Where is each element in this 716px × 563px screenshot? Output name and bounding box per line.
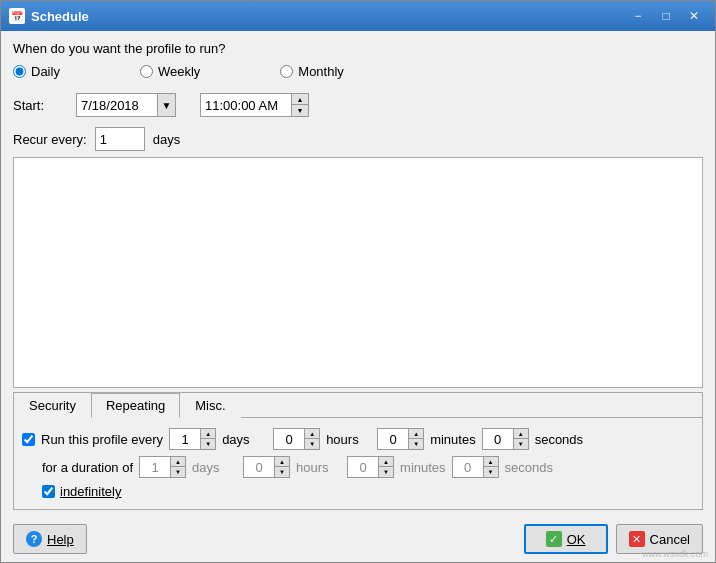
help-button[interactable]: ? Help [13,524,87,554]
run-minutes-up[interactable]: ▲ [409,429,423,439]
run-days-down[interactable]: ▼ [201,439,215,449]
title-bar-buttons: − □ ✕ [625,6,707,26]
bottom-bar: ? Help ✓ OK ✕ Cancel [1,518,715,562]
schedule-window: 📅 Schedule − □ ✕ When do you want the pr… [0,0,716,563]
run-hours-unit: hours [326,432,371,447]
date-input-container: ▼ [76,93,176,117]
run-seconds-up[interactable]: ▲ [514,429,528,439]
dur-minutes-spinners: ▲ ▼ [378,457,393,477]
run-seconds-spinbox: ▲ ▼ [482,428,529,450]
start-row: Start: ▼ ▲ ▼ [13,93,703,117]
run-minutes-spinners: ▲ ▼ [408,429,423,449]
monthly-radio[interactable] [280,65,293,78]
indefinitely-row: indefinitely [42,484,694,499]
window-title: Schedule [31,9,625,24]
dur-seconds-spinbox: ▲ ▼ [452,456,499,478]
dur-days-up[interactable]: ▲ [171,457,185,467]
frequency-radio-group: Daily Weekly Monthly [13,64,703,79]
calendar-button[interactable]: ▼ [157,94,175,116]
dur-days-input[interactable] [140,457,170,477]
watermark: www.wsxdk.com [642,549,708,559]
weekly-label: Weekly [158,64,200,79]
run-seconds-unit: seconds [535,432,583,447]
monthly-option[interactable]: Monthly [280,64,344,79]
run-profile-row: Run this profile every ▲ ▼ days [22,428,694,450]
tab-repeating[interactable]: Repeating [91,393,180,418]
date-input[interactable] [77,94,157,116]
run-days-spinners: ▲ ▼ [200,429,215,449]
run-days-spinbox: ▲ ▼ [169,428,216,450]
ok-label: OK [567,532,586,547]
ok-button[interactable]: ✓ OK [524,524,608,554]
daily-option[interactable]: Daily [13,64,60,79]
main-content: When do you want the profile to run? Dai… [1,31,715,518]
daily-label: Daily [31,64,60,79]
dur-seconds-unit: seconds [505,460,553,475]
run-hours-up[interactable]: ▲ [305,429,319,439]
run-seconds-down[interactable]: ▼ [514,439,528,449]
start-label: Start: [13,98,68,113]
time-up-button[interactable]: ▲ [292,94,308,105]
run-minutes-down[interactable]: ▼ [409,439,423,449]
dur-hours-spinners: ▲ ▼ [274,457,289,477]
run-profile-checkbox[interactable] [22,433,35,446]
minimize-button[interactable]: − [625,6,651,26]
tab-misc[interactable]: Misc. [180,393,240,418]
dur-minutes-up[interactable]: ▲ [379,457,393,467]
monthly-label: Monthly [298,64,344,79]
duration-label: for a duration of [42,460,133,475]
dur-minutes-down[interactable]: ▼ [379,467,393,477]
time-down-button[interactable]: ▼ [292,105,308,116]
dur-seconds-input[interactable] [453,457,483,477]
run-days-up[interactable]: ▲ [201,429,215,439]
time-input-container: ▲ ▼ [200,93,309,117]
question-label: When do you want the profile to run? [13,41,703,56]
help-icon: ? [26,531,42,547]
indefinitely-label: indefinitely [60,484,121,499]
dur-days-down[interactable]: ▼ [171,467,185,477]
dur-hours-down[interactable]: ▼ [275,467,289,477]
tabs-container: Security Repeating Misc. Run this profil… [13,392,703,510]
maximize-button[interactable]: □ [653,6,679,26]
duration-row: for a duration of ▲ ▼ days ▲ [42,456,694,478]
run-seconds-input[interactable] [483,429,513,449]
dur-days-unit: days [192,460,237,475]
run-days-input[interactable] [170,429,200,449]
run-minutes-spinbox: ▲ ▼ [377,428,424,450]
dur-hours-spinbox: ▲ ▼ [243,456,290,478]
help-label: Help [47,532,74,547]
run-seconds-spinners: ▲ ▼ [513,429,528,449]
tab-content-repeating: Run this profile every ▲ ▼ days [14,418,702,509]
dur-minutes-unit: minutes [400,460,446,475]
ok-icon: ✓ [546,531,562,547]
time-input[interactable] [201,94,291,116]
tab-security[interactable]: Security [14,393,91,418]
run-hours-spinners: ▲ ▼ [304,429,319,449]
dur-hours-up[interactable]: ▲ [275,457,289,467]
weekly-option[interactable]: Weekly [140,64,200,79]
run-hours-input[interactable] [274,429,304,449]
run-hours-down[interactable]: ▼ [305,439,319,449]
schedule-display-area [13,157,703,388]
run-days-unit: days [222,432,267,447]
dur-seconds-up[interactable]: ▲ [484,457,498,467]
cancel-label: Cancel [650,532,690,547]
recur-value-input[interactable] [95,127,145,151]
dur-seconds-spinners: ▲ ▼ [483,457,498,477]
recur-unit: days [153,132,180,147]
dur-minutes-input[interactable] [348,457,378,477]
dur-hours-input[interactable] [244,457,274,477]
indefinitely-checkbox[interactable] [42,485,55,498]
dur-days-spinners: ▲ ▼ [170,457,185,477]
recur-label: Recur every: [13,132,87,147]
dur-days-spinbox: ▲ ▼ [139,456,186,478]
dur-hours-unit: hours [296,460,341,475]
tab-bar: Security Repeating Misc. [14,393,702,418]
run-minutes-unit: minutes [430,432,476,447]
close-button[interactable]: ✕ [681,6,707,26]
run-minutes-input[interactable] [378,429,408,449]
dur-minutes-spinbox: ▲ ▼ [347,456,394,478]
dur-seconds-down[interactable]: ▼ [484,467,498,477]
weekly-radio[interactable] [140,65,153,78]
daily-radio[interactable] [13,65,26,78]
